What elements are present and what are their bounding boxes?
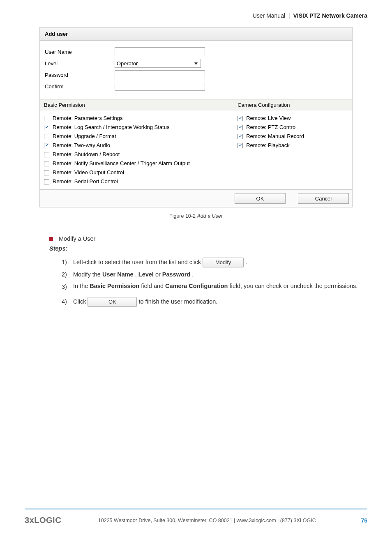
username-input[interactable] xyxy=(115,47,205,56)
camera-config-list: Remote: Live ViewRemote: PTZ ControlRemo… xyxy=(238,115,348,149)
figure-number: Figure 10-2 xyxy=(169,213,196,219)
checkbox[interactable] xyxy=(238,125,243,130)
checkbox[interactable] xyxy=(44,152,49,157)
basic-permission-header: Basic Permission xyxy=(40,99,233,111)
level-select[interactable]: Operator xyxy=(115,59,201,68)
header-left: User Manual xyxy=(253,12,285,19)
step-text: or xyxy=(155,271,162,278)
step-number: 3) xyxy=(62,281,73,293)
step-text: to finish the user modification. xyxy=(138,298,217,305)
modify-button[interactable]: Modify xyxy=(203,258,244,267)
logo: 3xLOGIC xyxy=(25,516,61,525)
step-text-bold: Password xyxy=(162,271,191,278)
ok-button[interactable]: OK xyxy=(235,193,286,204)
step-text-bold: Level xyxy=(138,271,154,278)
camera-config-item: Remote: PTZ Control xyxy=(238,124,348,131)
checkbox[interactable] xyxy=(238,116,243,121)
step-text: . xyxy=(192,271,194,278)
steps-label: Steps: xyxy=(49,245,367,252)
camera-config-item: Remote: Manual Record xyxy=(238,133,348,140)
step-text: field, you can check or uncheck the perm… xyxy=(229,283,357,289)
step-text: In the xyxy=(73,283,90,289)
confirm-input[interactable] xyxy=(115,82,205,91)
square-bullet-icon xyxy=(49,237,53,241)
basic-permission-item: Remote: Log Search / Interrogate Working… xyxy=(44,124,229,131)
step-text: Left-click to select the user from the l… xyxy=(73,259,201,265)
footer-text: 10225 Westmoor Drive, Suite 300, Westmin… xyxy=(61,518,353,523)
permissions-table: Basic Permission Camera Configuration Re… xyxy=(40,99,352,189)
modify-user-title: Modify a User xyxy=(59,235,95,242)
basic-permission-label: Remote: Two-way Audio xyxy=(53,142,110,149)
step-text: Click xyxy=(73,298,86,305)
step-1: 1) Left-click to select the user from th… xyxy=(62,256,367,268)
dialog-title: Add user xyxy=(40,28,352,41)
basic-permission-label: Remote: Parameters Settings xyxy=(53,115,123,122)
basic-permission-list: Remote: Parameters SettingsRemote: Log S… xyxy=(44,115,229,185)
password-label: Password xyxy=(45,72,115,78)
checkbox[interactable] xyxy=(44,179,49,184)
camera-config-header: Camera Configuration xyxy=(233,99,352,111)
checkbox[interactable] xyxy=(44,134,49,139)
step-2: 2) Modify the User Name , Level or Passw… xyxy=(62,268,367,281)
step-number: 1) xyxy=(62,256,73,268)
step-number: 2) xyxy=(62,268,73,281)
basic-permission-label: Remote: Log Search / Interrogate Working… xyxy=(53,124,169,131)
figure-title: Add a User xyxy=(197,213,223,219)
add-user-dialog: Add user User Name Level Operator Passwo… xyxy=(39,27,353,207)
checkbox[interactable] xyxy=(44,116,49,121)
basic-permission-item: Remote: Video Output Control xyxy=(44,169,229,176)
checkbox[interactable] xyxy=(44,125,49,130)
step-text: field and xyxy=(141,283,165,289)
dialog-footer: OK Cancel xyxy=(40,189,352,207)
checkbox[interactable] xyxy=(44,161,49,166)
confirm-label: Confirm xyxy=(45,83,115,90)
level-value: Operator xyxy=(117,60,138,67)
checkbox[interactable] xyxy=(238,143,243,148)
camera-config-label: Remote: PTZ Control xyxy=(246,124,297,131)
step-number: 4) xyxy=(62,295,73,308)
basic-permission-item: Remote: Serial Port Control xyxy=(44,178,229,185)
page-header: User Manual | VISIX PTZ Network Camera xyxy=(25,12,367,19)
basic-permission-item: Remote: Two-way Audio xyxy=(44,142,229,149)
basic-permission-label: Remote: Serial Port Control xyxy=(53,178,118,185)
checkbox[interactable] xyxy=(44,170,49,175)
footer-rule xyxy=(25,509,367,509)
header-divider: | xyxy=(288,12,290,19)
step-3: 3) In the Basic Permission field and Cam… xyxy=(62,281,367,293)
ok-button-inline[interactable]: OK xyxy=(88,297,137,307)
password-input[interactable] xyxy=(115,70,205,79)
cancel-button[interactable]: Cancel xyxy=(298,193,349,204)
step-text: Modify the xyxy=(73,271,102,278)
step-4: 4) Click OK to finish the user modificat… xyxy=(62,295,367,308)
basic-permission-item: Remote: Shutdown / Reboot xyxy=(44,151,229,158)
page-number: 76 xyxy=(361,517,367,524)
basic-permission-item: Remote: Upgrade / Format xyxy=(44,133,229,140)
header-right: VISIX PTZ Network Camera xyxy=(293,12,367,19)
camera-config-label: Remote: Manual Record xyxy=(246,133,304,140)
basic-permission-label: Remote: Upgrade / Format xyxy=(53,133,116,140)
basic-permission-item: Remote: Parameters Settings xyxy=(44,115,229,122)
basic-permission-label: Remote: Shutdown / Reboot xyxy=(53,151,120,158)
dialog-form: User Name Level Operator Password Confir… xyxy=(40,41,352,99)
level-label: Level xyxy=(45,60,115,67)
camera-config-label: Remote: Playback xyxy=(246,142,290,149)
username-label: User Name xyxy=(45,49,115,55)
modify-user-heading: Modify a User xyxy=(49,235,367,242)
camera-config-label: Remote: Live View xyxy=(246,115,291,122)
basic-permission-label: Remote: Video Output Control xyxy=(53,169,124,176)
basic-permission-item: Remote: Notify Surveillance Center / Tri… xyxy=(44,160,229,167)
step-text-bold: User Name xyxy=(102,271,134,278)
step-text-bold: Basic Permission xyxy=(90,283,139,289)
camera-config-item: Remote: Live View xyxy=(238,115,348,122)
basic-permission-label: Remote: Notify Surveillance Center / Tri… xyxy=(53,160,190,167)
page-footer: 3xLOGIC 10225 Westmoor Drive, Suite 300,… xyxy=(25,516,367,525)
steps-list: 1) Left-click to select the user from th… xyxy=(62,256,367,308)
step-text: , xyxy=(135,271,138,278)
chevron-down-icon xyxy=(193,61,199,67)
step-text-bold: Camera Configuration xyxy=(165,283,228,289)
checkbox[interactable] xyxy=(238,134,243,139)
checkbox[interactable] xyxy=(44,143,49,148)
camera-config-item: Remote: Playback xyxy=(238,142,348,149)
step-text: . xyxy=(245,259,247,265)
figure-caption: Figure 10-2 Add a User xyxy=(25,213,367,219)
